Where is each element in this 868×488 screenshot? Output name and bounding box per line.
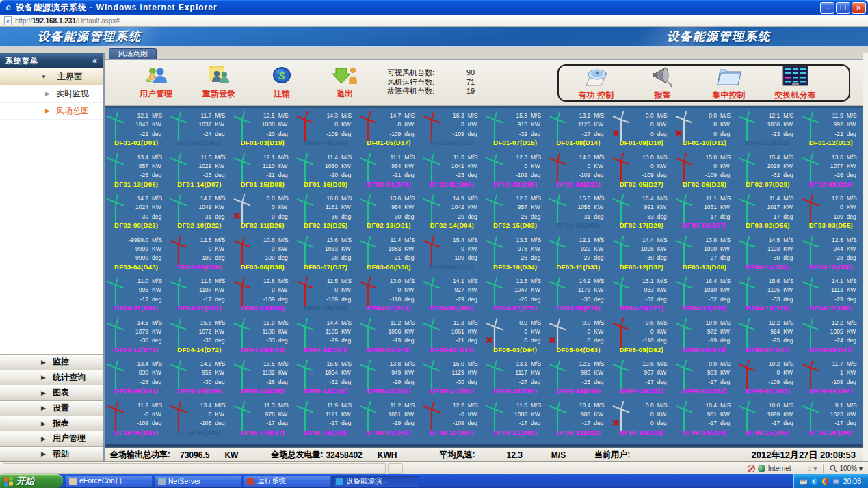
turbine-cell[interactable]: 14.5M/S 1079KW -30deg DF04-13(D71) — [105, 316, 168, 357]
turbine-cell[interactable]: 12.5M/S 983KW -25deg DF05-16(D48) — [547, 357, 609, 398]
turbine-cell[interactable]: 11.1M/S 964KW -21deg DF02-01(D04) — [357, 150, 420, 192]
sidebar-item-0[interactable]: ▶实时监视 — [0, 85, 103, 103]
turbine-cell[interactable]: 15.4M/S 0KW -109deg DF03-09(D35) — [421, 233, 484, 275]
turbine-cell[interactable]: 0.0M/S 0KW 0deg DF01-10(D11) — [673, 109, 736, 150]
sidebar-section-2[interactable]: ▶图表 — [0, 385, 103, 400]
turbine-cell[interactable]: 12.2M/S 1005KW -24deg DF05-08(D47) — [800, 316, 863, 357]
turbine-cell[interactable]: 14.1M/S 927KW -29deg DF04-06(D69) — [421, 274, 484, 316]
turbine-cell[interactable]: 11.0M/S 1086KW -17deg DF06-11(D91) — [484, 398, 547, 440]
turbine-cell[interactable]: 11.9M/S 1121KW -17deg DF06-08(D88) — [294, 398, 357, 440]
turbine-cell[interactable]: 15.0M/S 1129KW -30deg DF05-14(D53) — [421, 357, 484, 398]
sidebar-section-5[interactable]: ▶用户管理 — [0, 431, 103, 446]
turbine-cell[interactable]: 11.3M/S 1061KW -21deg DF05-02(D42) — [421, 316, 484, 357]
turbine-cell[interactable]: 0.0M/S 0KW 0deg DF01-09(D10) — [610, 109, 673, 150]
url-text[interactable]: http://192.168.1.231/Default.aspx# — [15, 17, 120, 25]
turbine-cell[interactable]: 11.4M/S 1083KW -21deg DF03-08(D36) — [357, 233, 420, 275]
turbine-cell[interactable]: 11.0M/S 995KW -17deg DF04-01(D68) — [105, 274, 168, 316]
sidebar-section-1[interactable]: ▶统计查询 — [0, 370, 103, 385]
turbine-cell[interactable]: 12.5M/S 1047KW -26deg DF04-07(D75) — [484, 274, 547, 316]
turbine-cell[interactable]: 10.2M/S 0KW -109deg DF06-03(D83) — [736, 357, 799, 398]
sidebar-section-4[interactable]: ▶报表 — [0, 416, 103, 431]
tab-wind-farm-overview[interactable]: 风场总图 — [109, 48, 157, 59]
turbine-cell[interactable]: 11.7M/S 1037KW -24deg DF01-02(D02) — [168, 109, 231, 150]
turbine-cell[interactable]: 15.5M/S 1054KW -32deg DF05-12(D51) — [294, 357, 357, 398]
turbine-cell[interactable]: 10.6M/S 967KW -17deg DF06-01(D81) — [610, 357, 673, 398]
control-button-2[interactable]: 集中控制 — [696, 65, 762, 101]
sidebar-item-main[interactable]: ▼主界面 — [0, 68, 103, 85]
turbine-cell[interactable]: 0.0M/S 0KW 0deg DF06-13(D93) — [610, 398, 673, 440]
turbine-cell[interactable]: 11.1M/S 1031KW -17deg DF03-01(D57) — [673, 191, 736, 233]
control-button-0[interactable]: 有功 控制 — [564, 65, 629, 101]
turbine-cell[interactable]: 13.8M/S 949KW -29deg DF05-13(D52) — [357, 357, 420, 398]
turbine-cell[interactable]: 15.4M/S 1029KW -32deg DF02-07(D29) — [736, 150, 799, 192]
turbine-cell[interactable]: 13.1M/S 1117KW -27deg DF05-15(D54) — [484, 357, 547, 398]
zoom-control[interactable]: 100% ▾ — [830, 465, 863, 472]
control-button-3[interactable]: 交换机分布 — [763, 65, 828, 101]
turbine-cell[interactable]: 11.3M/S 976KW -17deg DF06-07(D87) — [231, 398, 294, 440]
vertical-scrollbar[interactable] — [863, 53, 868, 461]
sidebar-item-1[interactable]: ▶风场总图 — [0, 103, 103, 120]
turbine-cell[interactable]: 12.1M/S 922KW -27deg DF03-11(D33) — [547, 233, 609, 275]
turbine-cell[interactable]: 13.0M/S -0KW -110deg DF04-05(D61) — [357, 274, 420, 316]
turbine-cell[interactable]: 11.4M/S 1060KW -20deg DF01-16(D09) — [294, 150, 357, 192]
sidebar-section-0[interactable]: ▶监控 — [0, 354, 103, 369]
turbine-cell[interactable]: 12.2M/S 924KW -25deg DF05-07(D44) — [736, 316, 799, 357]
turbine-cell[interactable]: 15.9M/S 1188KW -33deg DF04-15(D73) — [231, 316, 294, 357]
toolbar-button-2[interactable]: S注销 — [255, 65, 308, 100]
turbine-cell[interactable]: 12.8M/S -0KW -109deg DF04-03(D66) — [231, 274, 294, 316]
turbine-cell[interactable]: 12.1M/S 1043KW -22deg DF01-01(D01) — [105, 109, 168, 150]
turbine-cell[interactable]: 12.1M/S 1110KW -21deg DF01-15(D08) — [231, 150, 294, 192]
toolbar-button-1[interactable]: 重新登录 — [192, 65, 246, 100]
turbine-cell[interactable]: 11.2M/S 1066KW -19deg DF05-01(D46) — [357, 316, 420, 357]
turbine-cell[interactable]: 13.6M/S 964KW -30deg DF02-13(D21) — [357, 191, 420, 233]
collapse-icon[interactable]: « — [92, 56, 98, 66]
turbine-cell[interactable]: 11.6M/S 1107KW -17deg DF04-02(D67) — [168, 274, 231, 316]
turbine-cell[interactable]: 13.0M/S 0KW -109deg DF02-05(D27) — [610, 150, 673, 192]
turbine-cell[interactable]: 14.2M/S 959KW -30deg DF05-10(D49) — [168, 357, 231, 398]
turbine-cell[interactable]: 10.9M/S 972KW -19deg DF05-06(D45) — [673, 316, 736, 357]
turbine-cell[interactable]: 16.4M/S 1010KW -32deg DF04-10(D78) — [673, 274, 736, 316]
turbine-cell[interactable]: 11.6M/S 1041KW -23deg DF02-02(D05) — [421, 150, 484, 192]
turbine-cell[interactable]: 0.0M/S 0KW 0deg DF05-03(D64) — [484, 316, 547, 357]
taskbar-task-3[interactable]: 设备能源演... — [332, 476, 419, 487]
turbine-cell[interactable]: 12.5M/S 0KW -109deg DF03-05(D39) — [168, 233, 231, 275]
turbine-cell[interactable]: 12.6M/S 957KW -26deg DF02-15(D03) — [484, 191, 547, 233]
turbine-cell[interactable]: 15.0M/S 1058KW -31deg DF02-16(D02) — [547, 191, 609, 233]
turbine-cell[interactable]: 12.6M/S 0KW -109deg DF03-03(D55) — [800, 191, 863, 233]
turbine-cell[interactable]: 16.4M/S 991KW -33deg DF02-17(D20) — [610, 191, 673, 233]
start-button[interactable]: 开始 — [0, 474, 63, 488]
minimize-button[interactable]: ─ — [820, 2, 834, 14]
turbine-cell[interactable]: 9.6M/S 0KW -110deg DF05-05(D62) — [610, 316, 673, 357]
turbine-cell[interactable]: 10.4M/S 986KW -17deg DF06-12(D92) — [547, 398, 609, 440]
turbine-cell[interactable]: 11.4M/S 1017KW -17deg DF03-02(D56) — [736, 191, 799, 233]
turbine-cell[interactable]: 14.3M/S 0KW -109deg DF01-04(D18) — [294, 109, 357, 150]
turbine-cell[interactable]: 15.1M/S 933KW -32deg DF04-09(D77) — [610, 274, 673, 316]
taskbar-task-1[interactable]: NetServer — [155, 476, 241, 487]
turbine-cell[interactable]: 14.7M/S 0KW -109deg DF01-05(D17) — [357, 109, 420, 150]
turbine-cell[interactable]: 14.9M/S 1042KW -29deg DF02-14(D04) — [421, 191, 484, 233]
turbine-cell[interactable]: 15.8M/S 915KW -32deg DF01-07(D15) — [484, 109, 547, 150]
turbine-cell[interactable]: 11.5M/S 0KW -109deg DF04-04(D65) — [294, 274, 357, 316]
turbine-cell[interactable]: 12.5M/S 1008KW -20deg DF01-03(D19) — [231, 109, 294, 150]
turbine-cell[interactable]: 10.6M/S 0KW -109deg DF03-06(D38) — [231, 233, 294, 275]
turbine-cell[interactable]: -9999.0M/S -9999KW -9999deg DF03-04(D43) — [105, 233, 168, 275]
turbine-cell[interactable]: 11.5M/S 1029KW -23deg DF01-14(D07) — [168, 150, 231, 192]
sidebar-section-3[interactable]: ▶设置 — [0, 400, 103, 415]
taskbar-task-0[interactable]: eForceCon日... — [66, 476, 152, 487]
sidebar-header[interactable]: 系统菜单« — [0, 53, 103, 68]
turbine-cell[interactable]: 16.8M/S 1181KW -36deg DF02-12(D25) — [294, 191, 357, 233]
sidebar-section-6[interactable]: ▶帮助 — [0, 446, 103, 461]
turbine-cell[interactable]: 14.5M/S 1103KW -30deg DF03-14(D59) — [736, 233, 799, 275]
turbine-cell[interactable]: 10.4M/S 961KW -17deg DF06-14(D94) — [673, 398, 736, 440]
close-button[interactable]: ✕ — [852, 2, 866, 14]
turbine-cell[interactable]: 14.7M/S 1049KW -31deg DF02-10(D22) — [168, 191, 231, 233]
turbine-cell[interactable]: 13.4M/S 0KW -108deg DF06-06(D86) — [168, 398, 231, 440]
taskbar-task-2[interactable]: 运行系统 — [244, 476, 330, 487]
turbine-cell[interactable]: 13.5M/S 978KW -28deg DF03-10(D34) — [484, 233, 547, 275]
phishing-icon[interactable]: ⌂ ▾ — [808, 465, 817, 472]
turbine-cell[interactable]: 12.3M/S 0KW -102deg DF02-03(D30) — [484, 150, 547, 192]
turbine-cell[interactable]: 11.2M/S 1061KW -19deg DF06-09(D89) — [357, 398, 420, 440]
turbine-cell[interactable]: 12.2M/S -0KW -109deg DF06-10(D90) — [421, 398, 484, 440]
turbine-cell[interactable]: 14.8M/S 0KW -109deg DF02-04(D31) — [547, 150, 609, 192]
turbine-cell[interactable]: 13.4M/S 957KW -26deg DF01-13(D06) — [105, 150, 168, 192]
